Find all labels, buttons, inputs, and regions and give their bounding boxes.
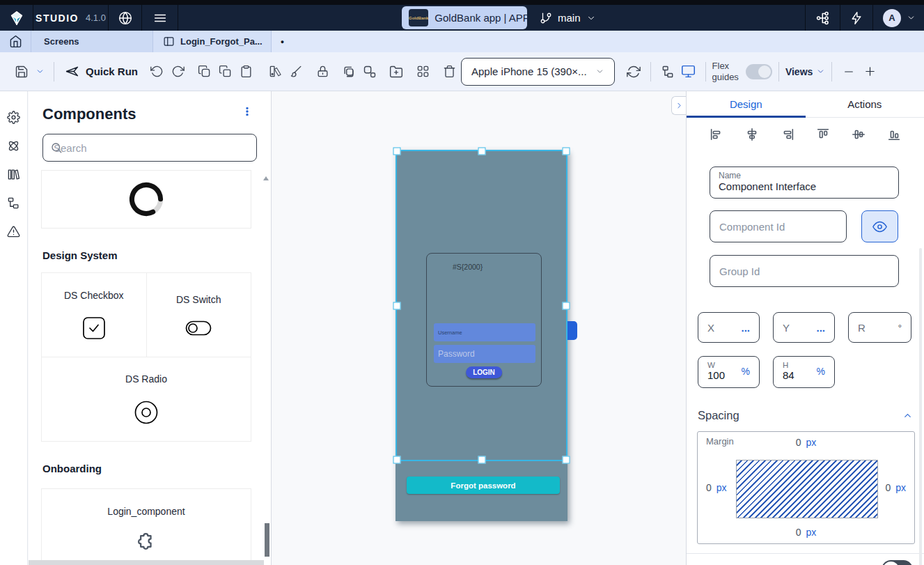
component-item-ds-checkbox[interactable]: DS Checkbox [42, 273, 147, 357]
branch-name: main [558, 12, 581, 24]
inspector-scrollbar[interactable] [919, 248, 922, 565]
configured-attributes-toggle[interactable] [882, 560, 913, 565]
theme-swatch-button[interactable] [265, 61, 285, 82]
flex-guides-toggle[interactable] [746, 64, 772, 79]
zoom-in-button[interactable] [859, 61, 880, 82]
undo-button[interactable] [146, 61, 167, 82]
save-button[interactable] [11, 61, 32, 82]
visibility-button[interactable] [861, 210, 898, 242]
redo-button[interactable] [167, 61, 188, 82]
quick-actions-button[interactable] [840, 11, 872, 25]
new-folder-button[interactable] [386, 61, 407, 82]
panel-collapse-button[interactable] [671, 96, 686, 115]
width-field[interactable]: W 100 % [698, 356, 760, 388]
layers-tree-button[interactable] [657, 61, 678, 82]
resize-handle-nw[interactable] [393, 148, 401, 155]
resize-handle-sw[interactable] [393, 456, 401, 464]
w-field-unit: % [742, 366, 750, 377]
phone-screen-mockup[interactable]: #S{2000} Username Password LOGIN Forgot … [396, 150, 567, 521]
zoom-out-button[interactable] [838, 61, 859, 82]
margin-top-value[interactable]: 0px [796, 437, 817, 448]
style-brush-button[interactable] [285, 61, 306, 82]
scroll-up-arrow-icon[interactable] [263, 176, 269, 180]
horizontal-scrollbar[interactable] [29, 560, 264, 565]
workflow-button[interactable] [806, 10, 840, 26]
design-canvas[interactable]: #S{2000} Username Password LOGIN Forgot … [272, 91, 686, 565]
resize-handle-s[interactable] [478, 456, 485, 464]
duplicate-button[interactable] [194, 61, 214, 82]
align-bottom-icon[interactable] [886, 127, 902, 142]
resize-handle-e[interactable] [563, 302, 570, 309]
component-item-ds-switch[interactable]: DS Switch [147, 273, 251, 357]
components-grid-button[interactable] [412, 61, 433, 82]
rotation-field[interactable]: R ° [848, 312, 911, 343]
tab-login-forgot[interactable]: Login_Forgot_Pa... ● [153, 31, 272, 52]
margin-bottom-value[interactable]: 0px [796, 527, 817, 538]
login-card[interactable]: #S{2000} Username Password LOGIN [426, 253, 542, 387]
paste-button[interactable] [235, 61, 256, 82]
component-item-ds-radio[interactable]: DS Radio [42, 357, 251, 441]
resize-handle-n[interactable] [478, 148, 485, 155]
name-field[interactable]: Name Component Interface [710, 167, 899, 199]
margin-right-value[interactable]: 0px [885, 482, 906, 493]
resize-handle-w[interactable] [393, 302, 401, 309]
components-menu-button[interactable] [242, 105, 253, 118]
integrations-rail-button[interactable] [6, 138, 22, 153]
device-selector[interactable]: Apple iPhone 15 (390×... [461, 58, 615, 86]
margin-left-value[interactable]: 0px [706, 482, 727, 493]
account-menu[interactable]: A [873, 9, 924, 27]
login-button-mock[interactable]: LOGIN [466, 366, 502, 378]
library-rail-button[interactable] [6, 167, 22, 182]
tab-screens[interactable]: Screens [31, 31, 153, 52]
branch-selector[interactable]: main [540, 5, 596, 31]
language-button[interactable] [109, 5, 142, 31]
views-dropdown[interactable]: Views [785, 66, 825, 77]
margin-editor[interactable]: Margin 0px 0px 0px 0px [697, 431, 915, 544]
component-preview-card[interactable] [41, 170, 251, 229]
lock-button[interactable] [312, 61, 333, 82]
tab-actions[interactable]: Actions [806, 91, 924, 117]
copy-button[interactable] [214, 61, 235, 82]
resize-handle-se[interactable] [563, 456, 570, 464]
password-field-mock[interactable]: Password [434, 345, 535, 363]
name-field-value: Component Interface [719, 180, 890, 192]
selection-drag-tab[interactable] [567, 321, 577, 340]
rotate-device-button[interactable] [623, 61, 644, 82]
align-center-v-icon[interactable] [851, 127, 866, 142]
delete-button[interactable] [439, 61, 460, 82]
group-id-input[interactable] [710, 255, 899, 287]
quick-run-button[interactable]: Quick Run [65, 64, 138, 79]
main-menu-button[interactable] [142, 5, 178, 31]
x-position-field[interactable]: X ... [698, 312, 760, 343]
align-right-icon[interactable] [780, 127, 795, 142]
issues-rail-button[interactable] [6, 224, 22, 239]
save-options-button[interactable] [32, 61, 47, 82]
username-field-mock[interactable]: Username [434, 323, 535, 341]
group-button[interactable] [338, 61, 359, 82]
y-position-field[interactable]: Y ... [773, 312, 835, 343]
align-top-icon[interactable] [815, 127, 831, 142]
chevron-up-icon[interactable] [902, 410, 913, 421]
components-search[interactable] [42, 134, 257, 162]
tab-design[interactable]: Design [687, 91, 806, 117]
w-field-value: 100 [707, 370, 725, 382]
lightning-icon [849, 11, 863, 25]
forgot-password-button-mock[interactable]: Forgot password [407, 477, 560, 494]
component-item-login-component[interactable]: Login_component [41, 488, 251, 565]
ungroup-button[interactable] [359, 61, 380, 82]
home-tab[interactable] [0, 31, 31, 52]
app-switcher-pill[interactable]: GoldBank GoldBank app | APP [402, 6, 527, 29]
align-left-icon[interactable] [709, 127, 724, 142]
height-field[interactable]: H 84 % [773, 356, 835, 388]
app-logo[interactable] [0, 5, 33, 31]
settings-rail-button[interactable] [6, 109, 22, 125]
component-id-input[interactable] [710, 210, 847, 242]
vertical-scrollbar-thumb[interactable] [265, 523, 269, 557]
components-search-input[interactable] [43, 134, 256, 161]
align-center-h-icon[interactable] [744, 127, 760, 142]
resize-handle-ne[interactable] [563, 148, 570, 155]
home-icon [9, 35, 22, 48]
hierarchy-rail-button[interactable] [6, 195, 22, 210]
chevron-right-icon [675, 101, 684, 110]
preview-monitor-button[interactable] [678, 61, 699, 82]
